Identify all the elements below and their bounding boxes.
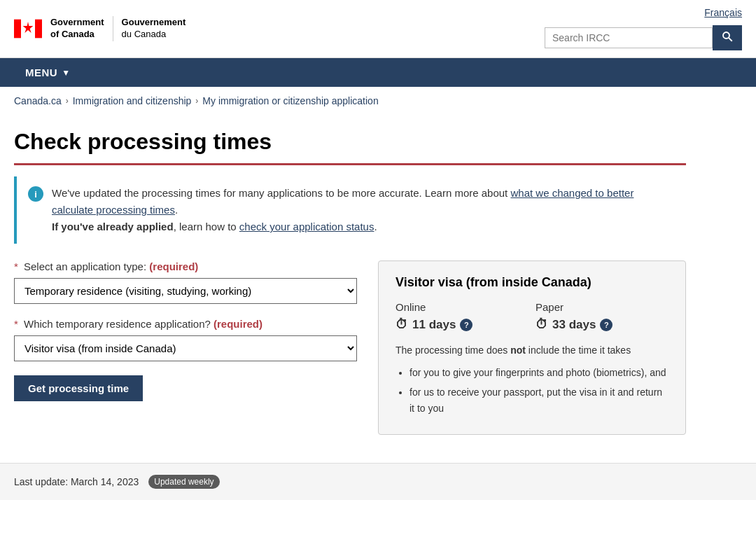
last-update-text: Last update: March 14, 2023: [14, 476, 139, 487]
gouvernement-du-canada-text: Gouvernement du Canada: [122, 17, 186, 41]
francais-link[interactable]: Français: [704, 7, 742, 18]
site-header: Government of Canada Gouvernement du Can…: [0, 0, 756, 58]
menu-arrow-icon: ▼: [62, 68, 70, 78]
info-text: We've updated the processing times for m…: [52, 185, 675, 235]
header-right-area: Français: [545, 7, 742, 50]
info-period-2: .: [374, 221, 377, 232]
svg-rect-0: [14, 20, 21, 39]
svg-rect-2: [35, 20, 42, 39]
online-column: Online ⏱ 11 days ?: [396, 301, 528, 332]
note-text: The processing time does: [396, 345, 510, 356]
online-label: Online: [396, 301, 528, 313]
residence-type-label: * Which temporary residence application?…: [14, 318, 357, 330]
info-period: .: [175, 204, 178, 216]
info-banner: i We've updated the processing times for…: [14, 176, 686, 244]
main-content: Check processing times i We've updated t…: [0, 115, 700, 463]
paper-column: Paper ⏱ 33 days ?: [536, 301, 668, 332]
form-section: * Select an application type: (required)…: [14, 260, 686, 435]
header-separator: [113, 16, 113, 41]
info-text-before: We've updated the processing times for m…: [52, 187, 510, 199]
info-text-middle: , learn how to: [174, 221, 239, 232]
help-icon-online[interactable]: ?: [460, 319, 472, 331]
application-type-group: * Select an application type: (required)…: [14, 260, 357, 304]
processing-note: The processing time does not include the…: [396, 343, 668, 358]
menu-label: MENU: [25, 67, 57, 78]
list-item-biometrics: for you to give your fingerprints and ph…: [410, 365, 668, 380]
updated-badge: Updated weekly: [148, 475, 219, 489]
list-item-passport: for us to receive your passport, put the…: [410, 384, 668, 416]
footer-bar: Last update: March 14, 2023 Updated week…: [0, 463, 756, 500]
main-nav: MENU ▼: [0, 58, 756, 87]
online-days: 11 days: [412, 318, 456, 332]
menu-button[interactable]: MENU ▼: [14, 58, 82, 87]
asterisk-2: *: [14, 318, 18, 330]
paper-time: ⏱ 33 days ?: [536, 317, 668, 332]
logo-area: Government of Canada Gouvernement du Can…: [14, 16, 186, 41]
svg-line-5: [729, 38, 732, 41]
asterisk-1: *: [14, 260, 18, 272]
breadcrumb-canada-ca[interactable]: Canada.ca: [14, 95, 62, 106]
check-status-link[interactable]: check your application status: [239, 221, 374, 232]
breadcrumb-immigration[interactable]: Immigration and citizenship: [73, 95, 192, 106]
application-type-label: * Select an application type: (required): [14, 260, 357, 272]
form-area: * Select an application type: (required)…: [14, 260, 357, 401]
note-text2: include the time it takes: [526, 345, 631, 356]
search-input[interactable]: [545, 27, 713, 48]
search-button[interactable]: [713, 25, 742, 50]
residence-type-select[interactable]: Visitor visa (from inside Canada)Visitor…: [14, 335, 357, 361]
paper-label: Paper: [536, 301, 668, 313]
application-type-select[interactable]: Temporary residence (visiting, studying,…: [14, 278, 357, 304]
breadcrumb-my-application[interactable]: My immigration or citizenship applicatio…: [202, 95, 378, 106]
results-card: Visitor visa (from inside Canada) Online…: [378, 260, 686, 435]
bold-applied-text: If you've already applied: [52, 221, 174, 232]
search-bar: [545, 25, 742, 50]
label2-required: (required): [214, 318, 262, 330]
breadcrumb: Canada.ca › Immigration and citizenship …: [0, 87, 756, 115]
clock-icon-online: ⏱: [396, 317, 408, 332]
results-title: Visitor visa (from inside Canada): [396, 275, 668, 290]
online-time: ⏱ 11 days ?: [396, 317, 528, 332]
processing-grid: Online ⏱ 11 days ? Paper ⏱ 33 days ?: [396, 301, 668, 332]
paper-days: 33 days: [552, 318, 596, 332]
svg-point-4: [723, 32, 729, 39]
help-icon-paper[interactable]: ?: [600, 319, 612, 331]
breadcrumb-sep-2: ›: [195, 96, 198, 106]
info-icon: i: [28, 186, 43, 202]
label1-req-text: (required): [149, 260, 198, 272]
clock-icon-paper: ⏱: [536, 317, 548, 332]
note-bold: not: [510, 345, 526, 356]
residence-type-group: * Which temporary residence application?…: [14, 318, 357, 361]
government-of-canada-text: Government of Canada: [50, 17, 104, 41]
breadcrumb-sep-1: ›: [66, 96, 69, 106]
get-processing-time-button[interactable]: Get processing time: [14, 375, 143, 401]
canada-flag-icon: [14, 18, 42, 39]
processing-list: for you to give your fingerprints and ph…: [396, 365, 668, 416]
page-title: Check processing times: [14, 129, 686, 165]
